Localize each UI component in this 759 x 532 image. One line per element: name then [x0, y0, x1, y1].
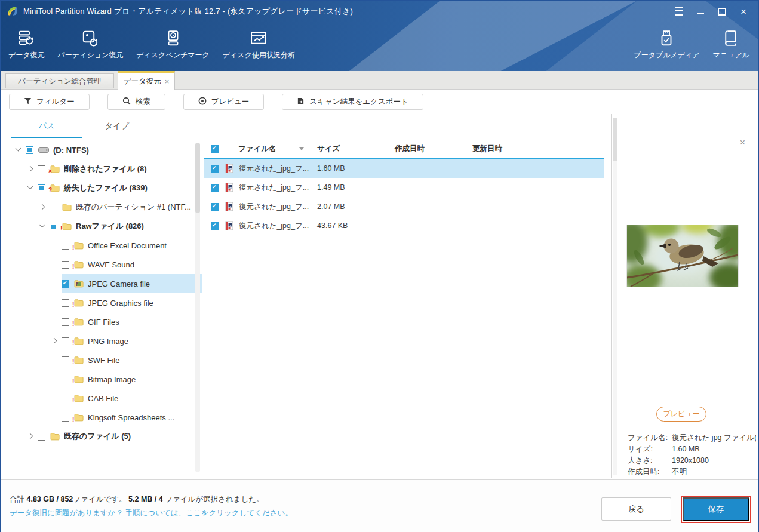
footer: 合計 4.83 GB / 852ファイルです。 5.2 MB / 4 ファイルが… — [1, 480, 758, 532]
summary-text: ファイルです。 — [73, 495, 128, 503]
tree-item-deleted-files[interactable]: 削除されたファイル (8) — [1, 159, 202, 179]
chevron-down-icon[interactable] — [14, 146, 26, 154]
preview-open-button[interactable]: プレビュー — [656, 407, 706, 422]
filetype-folder-icon — [74, 299, 84, 307]
checkbox-checked[interactable] — [211, 184, 219, 192]
tree-item-wave-sound[interactable]: WAVE Sound — [1, 255, 202, 274]
file-row[interactable]: 復元された_jpg_フ... 1.60 MB — [204, 159, 604, 178]
chevron-right-icon[interactable] — [50, 337, 62, 345]
checkbox-unchecked[interactable] — [62, 337, 69, 345]
checkbox-unchecked[interactable] — [62, 376, 69, 383]
checkbox-unchecked[interactable] — [38, 165, 45, 173]
checkbox-unchecked[interactable] — [62, 356, 69, 364]
save-button[interactable]: 保存 — [683, 497, 749, 521]
expander-placeholder — [50, 394, 62, 402]
file-row[interactable]: 復元された_jpg_フ... 1.49 MB — [204, 178, 604, 197]
chevron-right-icon[interactable] — [26, 165, 38, 173]
menu-icon[interactable] — [670, 4, 688, 19]
tab-partition-management[interactable]: パーティション総合管理 — [5, 73, 114, 88]
tree-item-office-excel[interactable]: Office Excel Document — [1, 236, 202, 255]
filetype-folder-icon — [74, 260, 84, 269]
tab-data-recovery[interactable]: データ復元 × — [118, 71, 175, 90]
tree-item-existing-files[interactable]: 既存のファイル (5) — [1, 427, 202, 446]
tree-item-bitmap-image[interactable]: Bitmap Image — [1, 370, 202, 389]
detail-label: サイズ: — [628, 444, 672, 455]
toolbar-partition-recovery[interactable]: パーティション復元 — [51, 29, 130, 60]
file-list-header[interactable]: ファイル名 サイズ 作成日時 更新日時 — [204, 140, 604, 159]
scrollbar-thumb[interactable] — [613, 118, 617, 161]
checkbox-unchecked[interactable] — [62, 242, 69, 250]
tree-item-jpeg-camera[interactable]: JPEG Camera file — [1, 274, 202, 293]
expander-placeholder — [50, 279, 62, 288]
checkbox-partial[interactable] — [50, 223, 57, 230]
chevron-down-icon[interactable] — [26, 184, 38, 192]
tree-item-kingsoft-spreadsheets[interactable]: Kingsoft Spreadsheets ... — [1, 408, 202, 427]
tab-close-icon[interactable]: × — [165, 77, 170, 86]
preview-close-icon[interactable]: × — [740, 138, 745, 147]
sidebar-scrollbar[interactable] — [195, 143, 200, 472]
column-header-label: ファイル名 — [238, 144, 276, 154]
expander-placeholder — [50, 241, 62, 250]
tree-item-cab-file[interactable]: CAB File — [1, 389, 202, 408]
tree-item-jpeg-graphics[interactable]: JPEG Graphics file — [1, 293, 202, 312]
preview-thumbnail[interactable] — [627, 225, 738, 287]
checkbox-unchecked[interactable] — [50, 204, 57, 211]
toolbar-right-group: ブータブルメディア マニュアル — [626, 22, 758, 71]
file-size: 1.49 MB — [317, 183, 395, 192]
chevron-right-icon[interactable] — [26, 432, 38, 441]
tree-item-existing-partition-1[interactable]: 既存のパーティション #1 (NTF... — [1, 198, 202, 217]
back-button[interactable]: 戻る — [601, 497, 671, 521]
minimize-icon[interactable] — [692, 4, 709, 19]
checkbox-checked[interactable] — [62, 280, 69, 288]
checkbox-unchecked[interactable] — [38, 433, 45, 441]
toolbar-bootable-media[interactable]: ブータブルメディア — [627, 29, 706, 60]
scrollbar-thumb[interactable] — [195, 143, 200, 213]
tree-item-raw-files[interactable]: Rawファイル (826) — [1, 217, 202, 236]
chevron-down-icon[interactable] — [38, 222, 50, 230]
preview-scrollbar[interactable] — [613, 118, 617, 475]
export-scan-result-button[interactable]: スキャン結果をエクスポート — [282, 94, 423, 110]
search-button[interactable]: 検索 — [107, 94, 165, 110]
image-folder-icon — [74, 279, 84, 288]
tree-item-gif-files[interactable]: GIF Files — [1, 312, 202, 331]
toolbar-data-recovery[interactable]: データ復元 — [2, 29, 51, 60]
help-link[interactable]: データ復旧に問題がありますか？ 手順については、ここをクリックしてください。 — [10, 508, 293, 518]
tree-item-lost-files[interactable]: 紛失したファイル (839) — [1, 179, 202, 198]
toolbar-disk-benchmark[interactable]: ディスクベンチマーク — [130, 29, 216, 60]
sidebar-tab-path[interactable]: パス — [11, 121, 82, 138]
tree-item-drive-d[interactable]: (D: NTFS) — [1, 140, 202, 159]
filter-button[interactable]: フィルター — [9, 94, 90, 110]
tree-item-inner: Bitmap Image — [62, 370, 202, 389]
filetype-folder-icon — [74, 318, 84, 326]
checkbox-unchecked[interactable] — [62, 395, 69, 402]
checkbox-checked[interactable] — [211, 165, 219, 173]
checkbox-partial[interactable] — [26, 146, 33, 154]
toolbar-manual[interactable]: マニュアル — [706, 29, 756, 60]
checkbox-partial[interactable] — [38, 184, 45, 192]
checkbox-unchecked[interactable] — [62, 261, 69, 269]
file-row[interactable]: 復元された_jpg_フ... 43.67 KB — [204, 216, 604, 235]
column-header-name[interactable]: ファイル名 — [238, 144, 317, 154]
checkbox-checked[interactable] — [211, 203, 219, 211]
file-row[interactable]: 復元された_jpg_フ... 2.07 MB — [204, 197, 604, 216]
select-all-checkbox[interactable] — [211, 145, 219, 153]
preview-button[interactable]: プレビュー — [183, 94, 265, 110]
column-header-created[interactable]: 作成日時 — [395, 144, 472, 154]
checkbox-unchecked[interactable] — [62, 299, 69, 307]
toolbar-space-analyzer[interactable]: ディスク使用状況分析 — [216, 29, 302, 60]
tree-item-inner: (D: NTFS) — [26, 140, 202, 159]
checkbox-unchecked[interactable] — [62, 318, 69, 326]
sidebar-tab-type[interactable]: タイプ — [82, 121, 152, 138]
tree-item-png-image[interactable]: PNG Image — [1, 331, 202, 350]
column-header-size[interactable]: サイズ — [317, 144, 395, 154]
tree-item-swf-file[interactable]: SWF File — [1, 350, 202, 370]
close-icon[interactable]: × — [735, 4, 752, 19]
maximize-icon[interactable] — [713, 4, 731, 19]
column-header-modified[interactable]: 更新日時 — [472, 144, 550, 154]
tree-item-inner: 既存のファイル (5) — [38, 427, 202, 446]
chevron-right-icon[interactable] — [38, 203, 50, 211]
checkbox-checked[interactable] — [211, 222, 219, 230]
checkbox-unchecked[interactable] — [62, 414, 69, 422]
tree-item-label: 紛失したファイル (839) — [64, 183, 148, 193]
preview-panel: × — [611, 114, 758, 478]
